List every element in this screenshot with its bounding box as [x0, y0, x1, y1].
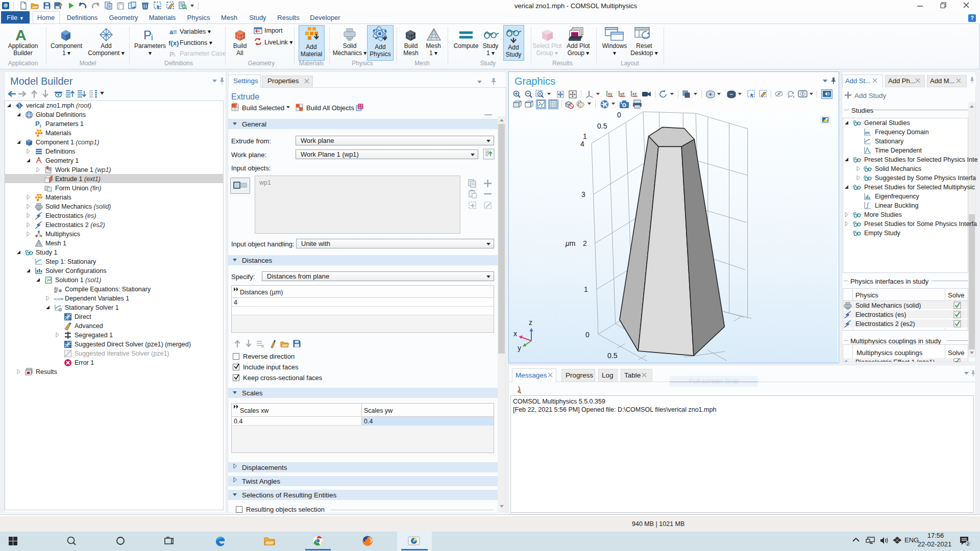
svg-text:yz: yz: [620, 91, 625, 96]
svg-text:i: i: [40, 123, 41, 129]
svg-text:xz: xz: [632, 91, 637, 96]
svg-text:P: P: [35, 120, 40, 128]
svg-text:2: 2: [967, 541, 969, 546]
svg-text:au: au: [54, 286, 58, 290]
svg-text:at: at: [54, 290, 57, 293]
svg-text:xy: xy: [608, 91, 612, 96]
svg-text:u,v,w: u,v,w: [54, 296, 63, 301]
